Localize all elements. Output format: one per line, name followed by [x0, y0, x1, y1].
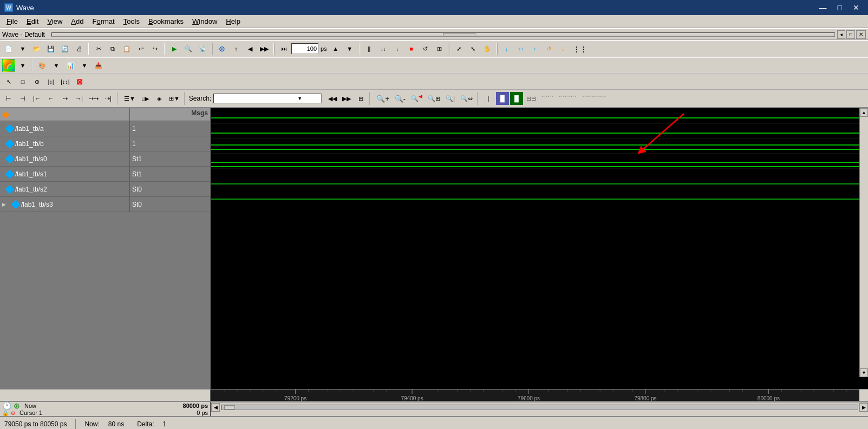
tb4-search-mode[interactable]: ☰▼	[122, 92, 138, 105]
scroll-down-btn[interactable]: ▼	[860, 368, 868, 377]
hscroll-right-btn[interactable]: ▶	[859, 403, 868, 412]
tb4-last[interactable]: →|	[73, 92, 86, 105]
tb4-first[interactable]: |←	[30, 92, 43, 105]
tb4-zoom-full[interactable]: 🔍⇔	[458, 92, 475, 105]
search-input-wrap[interactable]: ▼	[213, 94, 322, 103]
menu-format[interactable]: Format	[88, 16, 119, 27]
tb-save[interactable]: 💾	[44, 42, 57, 55]
tb2-dropdown3[interactable]: ▼	[78, 59, 91, 72]
tb3-select[interactable]: ↖	[2, 75, 15, 88]
menu-tools[interactable]: Tools	[119, 16, 144, 27]
menu-add[interactable]: Add	[67, 16, 88, 27]
tb3-annotate[interactable]: |↕↕|	[58, 75, 72, 88]
wave-title-scroll-thumb[interactable]	[443, 33, 475, 36]
menu-window[interactable]: Window	[188, 16, 221, 27]
tb-insert4[interactable]: ↺	[543, 42, 556, 55]
tb4-edge-detect[interactable]: ◈	[153, 92, 166, 105]
signal-row[interactable]: /lab1_tb/b 1	[0, 136, 210, 151]
tb-stop[interactable]: ■	[405, 42, 418, 55]
vertical-scrollbar[interactable]: ▲ ▼	[859, 108, 868, 377]
tb2-color2[interactable]: 🎨	[36, 59, 49, 72]
minimize-button[interactable]: —	[815, 2, 831, 13]
tb4-next-edge[interactable]: ⊣	[16, 92, 29, 105]
scroll-up-btn[interactable]: ▲	[860, 108, 868, 117]
scroll-track[interactable]	[860, 117, 868, 368]
tb4-pattern[interactable]: ⊞▼	[167, 92, 182, 105]
tb-run[interactable]: ▶	[168, 42, 181, 55]
tb-restart[interactable]: ↺	[419, 42, 432, 55]
tb-insert5[interactable]: ↓	[557, 42, 570, 55]
tb4-cursor-dashed[interactable]: ⇢⇢	[87, 92, 101, 105]
tb-insert3[interactable]: ↑	[528, 42, 541, 55]
tb4-arrow-dn[interactable]: ↓▶	[139, 92, 152, 105]
close-button[interactable]: ✕	[849, 2, 864, 13]
tb4-zoom-sel[interactable]: 🔍◀	[409, 92, 425, 105]
tb-find[interactable]: 🔍	[182, 42, 195, 55]
tb-hand[interactable]: ✋	[481, 42, 494, 55]
tb2-dropdown1[interactable]: ▼	[16, 59, 29, 72]
tb2-dropdown2[interactable]: ▼	[50, 59, 63, 72]
tb-wave-up[interactable]: ↑	[230, 42, 243, 55]
wave-title-scrollbar[interactable]	[51, 32, 835, 37]
tb4-zoom-fit[interactable]: 🔍⊞	[426, 92, 442, 105]
tb-undo[interactable]: ↩	[134, 42, 147, 55]
tb3-cursor[interactable]: ⊕	[30, 75, 43, 88]
tb-insert2[interactable]: ↑↑	[514, 42, 527, 55]
menu-help[interactable]: Help	[221, 16, 245, 27]
tb-dropdown1[interactable]: ▼	[16, 42, 29, 55]
tb3-measure[interactable]: |↕|	[44, 75, 57, 88]
tb-wave-fwd[interactable]: ▶▶	[258, 42, 271, 55]
tb4-marker4[interactable]: ⊟⊟	[524, 92, 538, 105]
search-dropdown-arrow[interactable]: ▼	[297, 96, 302, 101]
wave-restore-btn[interactable]: ◂	[837, 30, 845, 39]
tb-expand[interactable]: ⤢	[453, 42, 466, 55]
tb4-cursor2[interactable]: ⇢|	[102, 92, 115, 105]
tb4-marker2[interactable]: █	[496, 92, 509, 105]
tb-cut[interactable]: ✂	[92, 42, 105, 55]
tb-insert1[interactable]: ↓	[500, 42, 513, 55]
minus-circle-icon[interactable]: ⊖	[11, 410, 15, 416]
hscroll-thumb[interactable]	[224, 405, 235, 410]
tb4-marker3[interactable]: █	[510, 92, 523, 105]
waveform-canvas[interactable]	[211, 108, 868, 389]
tb3-box[interactable]: □	[16, 75, 29, 88]
tb4-prev-edge[interactable]: ⊢	[2, 92, 15, 105]
menu-file[interactable]: File	[2, 16, 22, 27]
tb4-search-fwd[interactable]: ▶▶	[340, 92, 353, 105]
signal-row[interactable]: ▶ /lab1_tb/s3 St0	[0, 197, 210, 212]
menu-edit[interactable]: Edit	[22, 16, 43, 27]
tb-wave-back[interactable]: ◀	[244, 42, 257, 55]
tb-open[interactable]: 📂	[30, 42, 43, 55]
tb4-next-dashed[interactable]: ⇢	[58, 92, 71, 105]
tb-collapse[interactable]: ⤡	[467, 42, 480, 55]
tb4-wave-pattern1[interactable]: ⌒⌒	[539, 92, 556, 105]
tb-sim2[interactable]: ↓↓	[377, 42, 390, 55]
tb-insert6[interactable]: ⋮⋮	[571, 42, 589, 55]
tb-zoom-dn[interactable]: ▼	[343, 42, 356, 55]
tb-refresh[interactable]: 🔄	[58, 42, 71, 55]
maximize-button[interactable]: □	[833, 2, 846, 13]
tb-new[interactable]: 📄	[2, 42, 15, 55]
tb4-zoom-out[interactable]: 🔍-	[393, 92, 408, 105]
menu-bookmarks[interactable]: Bookmarks	[144, 16, 188, 27]
tb-paste[interactable]: 📋	[120, 42, 133, 55]
wave-close-btn[interactable]: ✕	[856, 30, 866, 39]
horizontal-scrollbar[interactable]: ◀ ▶	[211, 402, 868, 412]
signal-row[interactable]: /lab1_tb/a 1	[0, 121, 210, 136]
tb3-toggle-x[interactable]: ⊠	[73, 75, 86, 88]
tb4-zoom-in[interactable]: 🔍+	[374, 92, 391, 105]
tb4-prev[interactable]: ←	[44, 92, 57, 105]
tb-zoom-up[interactable]: ▲	[329, 42, 342, 55]
tb-go-start[interactable]: ⏭	[277, 42, 290, 55]
tb-sim3[interactable]: ↓	[391, 42, 404, 55]
search-input[interactable]	[216, 95, 297, 102]
signal-name-cell[interactable]: /lab1_tb/s2	[0, 182, 130, 196]
tb4-marker1[interactable]: |	[482, 92, 495, 105]
signal-name-cell[interactable]: /lab1_tb/s0	[0, 151, 130, 166]
signal-name-cell[interactable]: /lab1_tb/s1	[0, 167, 130, 181]
tb-add-wave[interactable]: ⊕	[216, 42, 229, 55]
tb-print[interactable]: 🖨	[73, 42, 86, 55]
signal-name-cell[interactable]: /lab1_tb/a	[0, 121, 130, 136]
tb-redo[interactable]: ↪	[148, 42, 161, 55]
tb2-icon4[interactable]: 📥	[92, 59, 105, 72]
